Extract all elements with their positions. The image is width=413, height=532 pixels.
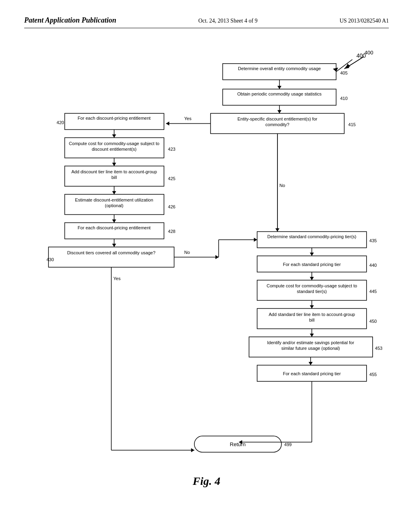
svg-text:405: 405 [340, 71, 347, 75]
svg-text:Determine standard commodity-p: Determine standard commodity-pricing tie… [267, 234, 357, 239]
svg-text:410: 410 [340, 96, 347, 101]
svg-text:Compute cost for commodity-usa: Compute cost for commodity-usage subject… [267, 283, 357, 288]
svg-text:Determine overall entity commo: Determine overall entity commodity usage [238, 66, 321, 71]
svg-text:450: 450 [369, 319, 377, 324]
svg-marker-48 [112, 244, 116, 247]
diagram-area: 400 Determine overall entity commodity u… [24, 36, 389, 500]
svg-text:423: 423 [168, 147, 175, 152]
publication-number: US 2013/0282540 A1 [340, 18, 389, 24]
svg-marker-75 [310, 305, 314, 308]
svg-text:commodity?: commodity? [265, 122, 289, 127]
svg-text:discount entitlement(s): discount entitlement(s) [92, 147, 136, 152]
svg-text:No: No [184, 250, 190, 255]
svg-marker-25 [112, 135, 116, 138]
svg-marker-5 [277, 86, 282, 89]
svg-marker-64 [310, 253, 314, 256]
svg-marker-16 [166, 121, 169, 125]
figure-label: Fig. 4 [193, 475, 220, 488]
svg-text:445: 445 [369, 289, 377, 294]
svg-marker-95 [191, 448, 194, 452]
svg-marker-43 [112, 219, 116, 222]
svg-text:Add discount tier line item to: Add discount tier line item to account-g… [71, 169, 157, 174]
svg-text:Return: Return [230, 441, 246, 447]
svg-text:435: 435 [369, 238, 377, 243]
svg-text:bill: bill [111, 175, 117, 180]
svg-text:Yes: Yes [113, 276, 121, 281]
svg-text:426: 426 [168, 204, 175, 209]
svg-text:similar future usage (optional: similar future usage (optional) [281, 346, 340, 351]
svg-text:For each standard pricing tier: For each standard pricing tier [283, 262, 341, 267]
publication-title: Patent Application Publication [24, 16, 116, 25]
svg-text:(optional): (optional) [105, 203, 123, 208]
svg-text:Entity-specific discount entit: Entity-specific discount entitlement(s) … [238, 116, 317, 121]
svg-marker-59 [254, 238, 257, 242]
svg-marker-37 [112, 191, 116, 194]
svg-text:Discount tiers covered all com: Discount tiers covered all commodity usa… [67, 250, 156, 255]
svg-text:415: 415 [348, 122, 356, 127]
svg-text:For each standard pricing tier: For each standard pricing tier [283, 371, 341, 376]
svg-text:Yes: Yes [184, 116, 192, 121]
svg-text:Obtain periodic commodity usag: Obtain periodic commodity usage statisti… [237, 91, 322, 96]
svg-text:420: 420 [56, 120, 64, 125]
svg-text:For each discount-pricing enti: For each discount-pricing entitlement [78, 225, 151, 230]
svg-text:Compute cost for commodity-usa: Compute cost for commodity-usage subject… [69, 141, 159, 146]
svg-text:425: 425 [168, 176, 175, 181]
flowchart-svg: 400 Determine overall entity commodity u… [24, 36, 389, 500]
svg-marker-31 [112, 163, 116, 166]
svg-text:bill: bill [309, 318, 315, 322]
svg-marker-87 [309, 362, 313, 365]
svg-text:Estimate discount-entitlement : Estimate discount-entitlement utilizatio… [75, 197, 153, 202]
svg-text:For each discount-pricing enti: For each discount-pricing entitlement [78, 116, 151, 121]
svg-marker-69 [310, 277, 314, 280]
svg-marker-81 [310, 334, 314, 337]
svg-text:Identify and/or estimate savin: Identify and/or estimate savings potenti… [267, 340, 354, 345]
svg-text:455: 455 [369, 372, 377, 377]
svg-text:400: 400 [365, 50, 373, 56]
svg-marker-55 [215, 255, 219, 259]
svg-text:standard tier(s): standard tier(s) [297, 289, 327, 294]
svg-text:453: 453 [375, 346, 382, 351]
svg-text:499: 499 [284, 442, 292, 447]
svg-text:Add standard tier line item to: Add standard tier line item to account-g… [269, 312, 355, 317]
svg-text:440: 440 [369, 263, 377, 268]
page-header: Patent Application Publication Oct. 24, … [24, 16, 389, 28]
publication-date: Oct. 24, 2013 Sheet 4 of 9 [198, 18, 258, 24]
svg-text:No: No [280, 183, 285, 188]
svg-text:430: 430 [46, 257, 54, 262]
svg-text:428: 428 [168, 229, 175, 234]
page: Patent Application Publication Oct. 24, … [0, 0, 413, 532]
svg-marker-10 [277, 110, 282, 113]
